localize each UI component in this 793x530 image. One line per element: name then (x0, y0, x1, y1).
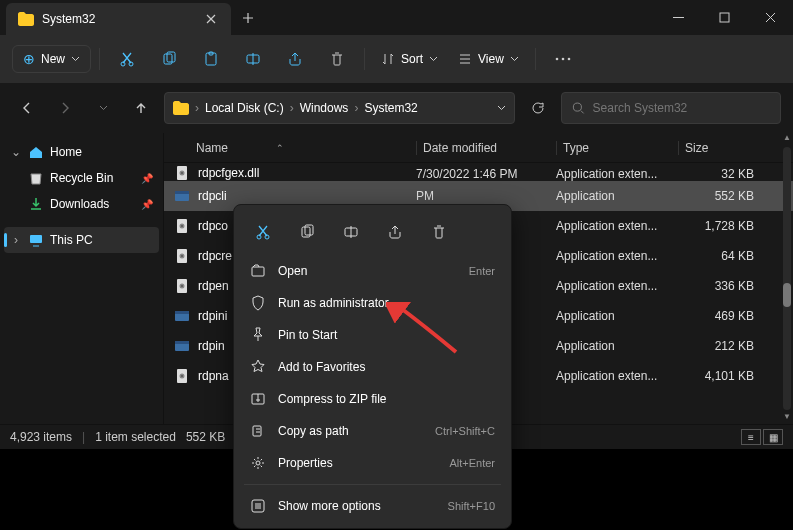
svg-point-42 (256, 461, 260, 465)
file-type: Application (556, 339, 678, 353)
col-date[interactable]: Date modified (416, 141, 556, 155)
file-row[interactable]: rdpcfgex.dll7/30/2022 1:46 PMApplication… (164, 163, 793, 181)
cm-rename-button[interactable] (330, 215, 372, 249)
svg-rect-30 (175, 341, 189, 344)
zip-icon (250, 391, 266, 407)
svg-point-8 (556, 58, 559, 61)
scroll-thumb[interactable] (783, 283, 791, 307)
svg-point-11 (573, 103, 581, 111)
close-tab-icon[interactable] (203, 11, 219, 27)
view-button[interactable]: View (450, 42, 527, 76)
sidebar-downloads[interactable]: Downloads 📌 (4, 191, 159, 217)
sidebar-home[interactable]: ⌄ Home (4, 139, 159, 165)
cm-run-as-admin[interactable]: Run as administrator (240, 287, 505, 319)
rename-button[interactable] (234, 42, 272, 76)
file-date: PM (416, 189, 556, 203)
file-type: Application exten... (556, 369, 678, 383)
tab-system32[interactable]: System32 (6, 3, 231, 35)
icons-view-toggle[interactable]: ▦ (763, 429, 783, 445)
col-size[interactable]: Size (678, 141, 770, 155)
new-tab-button[interactable] (231, 0, 265, 35)
sort-button[interactable]: Sort (373, 42, 446, 76)
file-name: rdpcre (198, 249, 232, 263)
close-window-button[interactable] (747, 0, 793, 35)
star-icon (250, 359, 266, 375)
col-type[interactable]: Type (556, 141, 678, 155)
scroll-down-icon[interactable]: ▼ (783, 412, 791, 424)
cut-button[interactable] (108, 42, 146, 76)
details-view-toggle[interactable]: ≡ (741, 429, 761, 445)
share-button[interactable] (276, 42, 314, 76)
sidebar-recycle[interactable]: Recycle Bin 📌 (4, 165, 159, 191)
new-button[interactable]: ⊕ New (12, 45, 91, 73)
cm-copy-path[interactable]: Copy as pathCtrl+Shift+C (240, 415, 505, 447)
home-icon (28, 144, 44, 160)
scroll-track[interactable] (783, 147, 791, 410)
minimize-button[interactable] (655, 0, 701, 35)
vertical-scrollbar[interactable]: ▲ ▼ (783, 133, 791, 424)
paste-button[interactable] (192, 42, 230, 76)
chevron-down-icon (510, 56, 519, 62)
item-count: 4,923 items (10, 430, 72, 444)
breadcrumb-system32[interactable]: System32 (364, 101, 417, 115)
cm-properties[interactable]: PropertiesAlt+Enter (240, 447, 505, 479)
cm-copy-button[interactable] (286, 215, 328, 249)
refresh-button[interactable] (523, 93, 553, 123)
forward-button[interactable] (50, 93, 80, 123)
delete-button[interactable] (318, 42, 356, 76)
recycle-icon (28, 170, 44, 186)
selection-size: 552 KB (186, 430, 225, 444)
breadcrumb-dropdown[interactable] (497, 105, 506, 111)
maximize-button[interactable] (701, 0, 747, 35)
svg-rect-12 (30, 235, 42, 243)
context-menu: OpenEnter Run as administrator Pin to St… (233, 204, 512, 529)
file-size: 552 KB (678, 189, 760, 203)
file-name: rdpin (198, 339, 225, 353)
new-label: New (41, 52, 65, 66)
cm-cut-button[interactable] (242, 215, 284, 249)
svg-point-26 (181, 285, 183, 287)
cm-show-more[interactable]: Show more optionsShift+F10 (240, 490, 505, 522)
file-type: Application (556, 309, 678, 323)
dll-icon (174, 165, 190, 181)
file-date: 7/30/2022 1:46 PM (416, 167, 556, 181)
file-type: Application (556, 189, 678, 203)
file-name: rdpna (198, 369, 229, 383)
sidebar-label: Recycle Bin (50, 171, 113, 185)
copy-button[interactable] (150, 42, 188, 76)
folder-icon (18, 11, 34, 27)
file-name: rdpini (198, 309, 227, 323)
file-size: 1,728 KB (678, 219, 760, 233)
recent-dropdown[interactable] (88, 93, 118, 123)
sort-icon (381, 52, 395, 66)
more-icon (250, 498, 266, 514)
back-button[interactable] (12, 93, 42, 123)
cm-delete-button[interactable] (418, 215, 460, 249)
breadcrumb-windows[interactable]: Windows (300, 101, 349, 115)
file-size: 32 KB (678, 167, 760, 181)
cm-open[interactable]: OpenEnter (240, 255, 505, 287)
svg-point-33 (181, 375, 183, 377)
svg-rect-28 (175, 311, 189, 314)
up-button[interactable] (126, 93, 156, 123)
sidebar-label: Downloads (50, 197, 109, 211)
search-input[interactable] (593, 101, 770, 115)
chevron-right-icon: › (10, 233, 22, 247)
exe-icon (174, 308, 190, 324)
titlebar: System32 (0, 0, 793, 35)
svg-point-23 (181, 255, 183, 257)
cm-share-button[interactable] (374, 215, 416, 249)
sidebar-this-pc[interactable]: › This PC (4, 227, 159, 253)
sidebar-label: Home (50, 145, 82, 159)
chevron-down-icon: ⌄ (10, 145, 22, 159)
more-button[interactable] (544, 42, 582, 76)
breadcrumb-drive[interactable]: Local Disk (C:) (205, 101, 284, 115)
scroll-up-icon[interactable]: ▲ (783, 133, 791, 145)
search-box[interactable] (561, 92, 781, 124)
cm-pin-to-start[interactable]: Pin to Start (240, 319, 505, 351)
col-name[interactable]: Name⌃ (164, 141, 416, 155)
breadcrumb[interactable]: › Local Disk (C:) › Windows › System32 (164, 92, 515, 124)
cm-compress-zip[interactable]: Compress to ZIP file (240, 383, 505, 415)
open-icon (250, 263, 266, 279)
cm-add-favorites[interactable]: Add to Favorites (240, 351, 505, 383)
